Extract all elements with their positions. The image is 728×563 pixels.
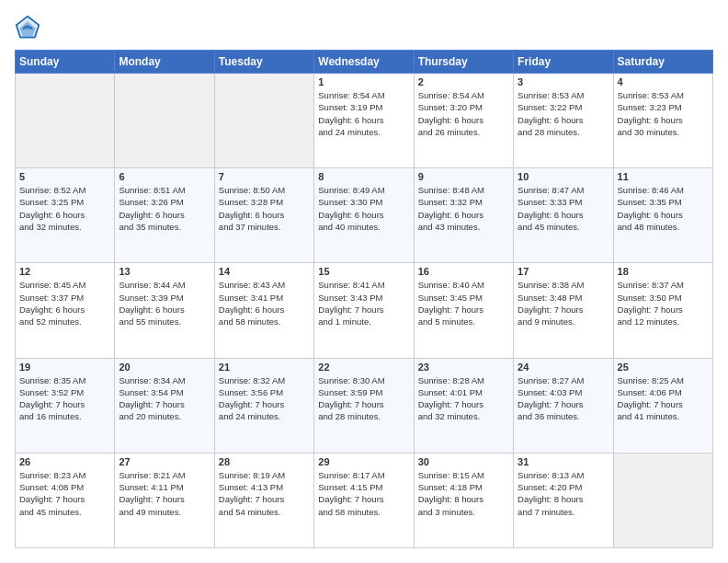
calendar-day-13: 13Sunrise: 8:44 AMSunset: 3:39 PMDayligh… bbox=[115, 263, 214, 358]
day-info-line: Daylight: 7 hours bbox=[19, 398, 110, 410]
day-info-line: Sunset: 3:50 PM bbox=[618, 292, 709, 304]
day-info-line: and 3 minutes. bbox=[418, 506, 509, 518]
day-info-line: Sunrise: 8:51 AM bbox=[119, 184, 210, 196]
day-number: 26 bbox=[19, 456, 110, 467]
day-info-line: Daylight: 6 hours bbox=[219, 209, 310, 221]
day-info-line: Sunset: 3:59 PM bbox=[318, 386, 409, 398]
day-number: 22 bbox=[318, 362, 409, 373]
day-number: 31 bbox=[518, 456, 609, 467]
calendar-day-7: 7Sunrise: 8:50 AMSunset: 3:28 PMDaylight… bbox=[214, 168, 313, 263]
calendar-week-row: 5Sunrise: 8:52 AMSunset: 3:25 PMDaylight… bbox=[16, 168, 713, 263]
day-info-line: Sunrise: 8:44 AM bbox=[119, 279, 210, 291]
day-info-line: Sunset: 4:13 PM bbox=[219, 481, 310, 493]
day-info-line: Daylight: 7 hours bbox=[418, 304, 509, 316]
day-number: 9 bbox=[418, 171, 509, 182]
day-info-line: Daylight: 6 hours bbox=[318, 114, 409, 126]
day-number: 30 bbox=[418, 456, 509, 467]
day-info-line: Sunrise: 8:30 AM bbox=[318, 374, 409, 386]
day-info-line: Sunrise: 8:35 AM bbox=[19, 374, 110, 386]
day-info-line: Sunset: 3:22 PM bbox=[518, 101, 609, 113]
day-info-line: and 54 minutes. bbox=[219, 506, 310, 518]
day-info-line: and 37 minutes. bbox=[219, 221, 310, 233]
day-info-line: and 24 minutes. bbox=[318, 126, 409, 138]
day-info-line: and 40 minutes. bbox=[318, 221, 409, 233]
day-info-line: and 36 minutes. bbox=[518, 410, 609, 422]
day-info-line: Sunrise: 8:45 AM bbox=[19, 279, 110, 291]
calendar-day-5: 5Sunrise: 8:52 AMSunset: 3:25 PMDaylight… bbox=[16, 168, 115, 263]
day-info-line: Daylight: 8 hours bbox=[518, 493, 609, 505]
calendar-day-11: 11Sunrise: 8:46 AMSunset: 3:35 PMDayligh… bbox=[613, 168, 712, 263]
day-number: 11 bbox=[618, 171, 709, 182]
day-number: 15 bbox=[318, 266, 409, 277]
calendar-day-10: 10Sunrise: 8:47 AMSunset: 3:33 PMDayligh… bbox=[514, 168, 613, 263]
day-info-line: Daylight: 6 hours bbox=[618, 209, 709, 221]
calendar-day-22: 22Sunrise: 8:30 AMSunset: 3:59 PMDayligh… bbox=[314, 358, 414, 453]
day-header-tuesday: Tuesday bbox=[214, 51, 313, 74]
day-info-line: Sunrise: 8:46 AM bbox=[618, 184, 709, 196]
day-info-line: and 30 minutes. bbox=[618, 126, 709, 138]
day-number: 28 bbox=[219, 456, 310, 467]
calendar-day-16: 16Sunrise: 8:40 AMSunset: 3:45 PMDayligh… bbox=[414, 263, 513, 358]
day-info-line: Sunrise: 8:47 AM bbox=[518, 184, 609, 196]
day-number: 14 bbox=[219, 266, 310, 277]
calendar-day-2: 2Sunrise: 8:54 AMSunset: 3:20 PMDaylight… bbox=[414, 74, 513, 168]
day-info-line: and 28 minutes. bbox=[518, 126, 609, 138]
day-number: 19 bbox=[19, 362, 110, 373]
calendar-day-25: 25Sunrise: 8:25 AMSunset: 4:06 PMDayligh… bbox=[613, 358, 712, 453]
day-info-line: Daylight: 6 hours bbox=[19, 304, 110, 316]
day-number: 16 bbox=[418, 266, 509, 277]
day-info-line: Sunset: 4:15 PM bbox=[318, 481, 409, 493]
day-info-line: Sunset: 3:54 PM bbox=[119, 386, 210, 398]
calendar-day-27: 27Sunrise: 8:21 AMSunset: 4:11 PMDayligh… bbox=[115, 453, 214, 547]
day-number: 6 bbox=[119, 171, 210, 182]
day-info-line: Sunset: 3:41 PM bbox=[219, 292, 310, 304]
day-info-line: Daylight: 6 hours bbox=[318, 209, 409, 221]
day-info-line: Sunrise: 8:28 AM bbox=[418, 374, 509, 386]
day-info-line: Sunrise: 8:25 AM bbox=[618, 374, 709, 386]
day-info-line: Sunset: 3:39 PM bbox=[119, 292, 210, 304]
day-info-line: and 26 minutes. bbox=[418, 126, 509, 138]
calendar-day-21: 21Sunrise: 8:32 AMSunset: 3:56 PMDayligh… bbox=[214, 358, 313, 453]
day-info-line: and 45 minutes. bbox=[19, 506, 110, 518]
day-info-line: Sunset: 3:19 PM bbox=[318, 101, 409, 113]
calendar-day-24: 24Sunrise: 8:27 AMSunset: 4:03 PMDayligh… bbox=[514, 358, 613, 453]
day-info-line: Sunset: 3:25 PM bbox=[19, 196, 110, 208]
day-info-line: Sunset: 3:43 PM bbox=[318, 292, 409, 304]
calendar-day-30: 30Sunrise: 8:15 AMSunset: 4:18 PMDayligh… bbox=[414, 453, 513, 547]
day-info-line: Sunrise: 8:50 AM bbox=[219, 184, 310, 196]
day-number: 24 bbox=[518, 362, 609, 373]
day-info-line: Sunset: 4:01 PM bbox=[418, 386, 509, 398]
calendar-day-empty bbox=[214, 74, 313, 168]
day-info-line: Sunrise: 8:49 AM bbox=[318, 184, 409, 196]
day-number: 29 bbox=[318, 456, 409, 467]
day-info-line: and 12 minutes. bbox=[618, 316, 709, 327]
day-info-line: Sunrise: 8:27 AM bbox=[518, 374, 609, 386]
day-info-line: and 52 minutes. bbox=[19, 316, 110, 327]
calendar-day-19: 19Sunrise: 8:35 AMSunset: 3:52 PMDayligh… bbox=[16, 358, 115, 453]
day-number: 7 bbox=[219, 171, 310, 182]
day-info-line: Sunrise: 8:38 AM bbox=[518, 279, 609, 291]
day-info-line: and 43 minutes. bbox=[418, 221, 509, 233]
day-info-line: Sunrise: 8:41 AM bbox=[318, 279, 409, 291]
day-info-line: Sunrise: 8:54 AM bbox=[318, 89, 409, 101]
logo bbox=[15, 15, 44, 40]
day-number: 23 bbox=[418, 362, 509, 373]
calendar-week-row: 1Sunrise: 8:54 AMSunset: 3:19 PMDaylight… bbox=[16, 74, 713, 168]
day-info-line: Daylight: 7 hours bbox=[119, 493, 210, 505]
header bbox=[15, 15, 713, 40]
day-info-line: and 7 minutes. bbox=[518, 506, 609, 518]
day-info-line: and 1 minute. bbox=[318, 316, 409, 327]
day-info-line: and 24 minutes. bbox=[219, 410, 310, 422]
day-info-line: Daylight: 7 hours bbox=[518, 304, 609, 316]
day-header-saturday: Saturday bbox=[613, 51, 712, 74]
calendar-day-empty bbox=[613, 453, 712, 547]
day-info-line: and 16 minutes. bbox=[19, 410, 110, 422]
day-info-line: Sunrise: 8:19 AM bbox=[219, 469, 310, 481]
calendar-day-29: 29Sunrise: 8:17 AMSunset: 4:15 PMDayligh… bbox=[314, 453, 414, 547]
day-info-line: Sunset: 3:37 PM bbox=[19, 292, 110, 304]
calendar-day-9: 9Sunrise: 8:48 AMSunset: 3:32 PMDaylight… bbox=[414, 168, 513, 263]
day-info-line: Sunset: 3:56 PM bbox=[219, 386, 310, 398]
day-info-line: Sunrise: 8:37 AM bbox=[618, 279, 709, 291]
day-header-thursday: Thursday bbox=[414, 51, 513, 74]
calendar-week-row: 12Sunrise: 8:45 AMSunset: 3:37 PMDayligh… bbox=[16, 263, 713, 358]
